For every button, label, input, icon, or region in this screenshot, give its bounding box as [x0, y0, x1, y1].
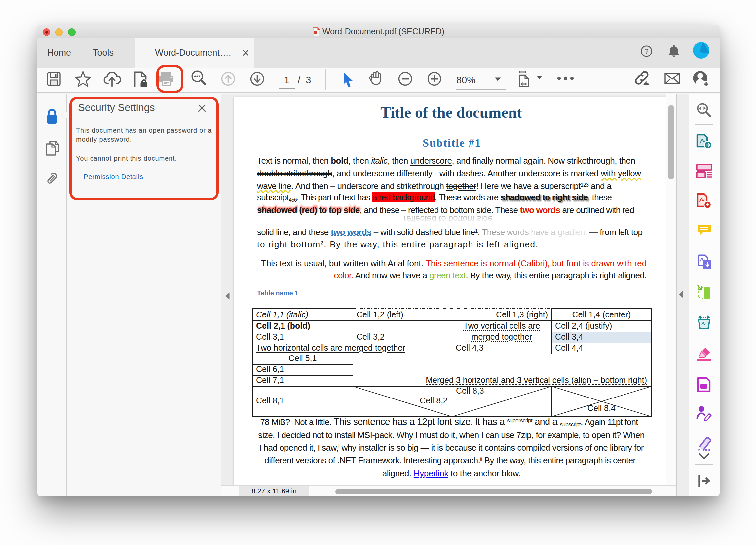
svg-text:?: ?: [645, 47, 649, 55]
